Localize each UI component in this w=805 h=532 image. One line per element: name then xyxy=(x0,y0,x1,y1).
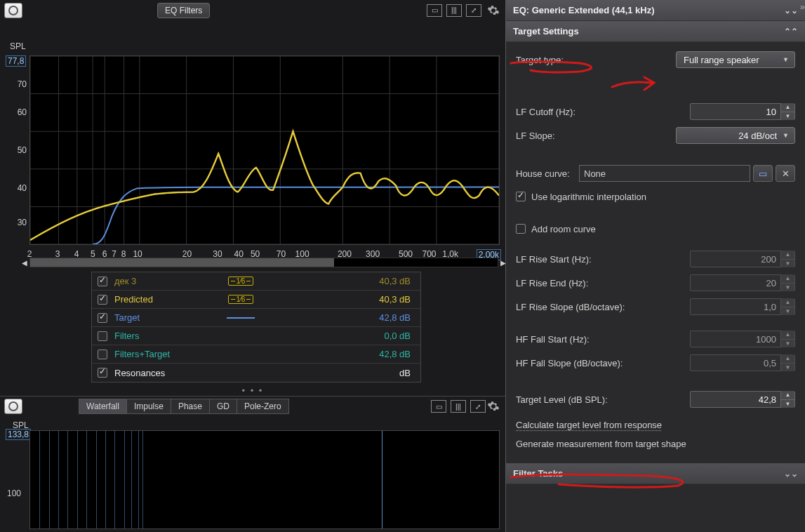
tab-phase[interactable]: Phase xyxy=(171,399,210,414)
log-interp-checkbox[interactable] xyxy=(516,192,526,201)
legend-row: Filters+Target42,8 dB xyxy=(92,345,420,364)
legend-value: 42,8 dB xyxy=(269,312,415,323)
tab-impulse[interactable]: Impulse xyxy=(127,399,171,414)
add-room-curve-label: Add room curve xyxy=(531,224,596,234)
house-curve-field[interactable]: None xyxy=(579,165,750,182)
y-tick: 40 xyxy=(18,183,27,193)
gear-icon[interactable] xyxy=(486,399,501,414)
monitor-icon[interactable]: ▭ xyxy=(431,400,446,413)
fullscreen-icon[interactable]: ⤢ xyxy=(466,4,481,17)
hf-fall-start-field: 1000 ▲▼ xyxy=(690,331,795,347)
clear-button[interactable]: ✕ xyxy=(776,165,795,182)
lf-cutoff-label: LF Cutoff (Hz): xyxy=(516,107,690,117)
chevron-down-icon: ⌄⌄ xyxy=(784,469,798,479)
hf-fall-slope-label: HF Fall Slope (dB/octave): xyxy=(516,358,690,368)
spinner[interactable]: ▲▼ xyxy=(780,103,794,120)
legend-checkbox[interactable] xyxy=(98,313,107,323)
lf-rise-start-field: 200 ▲▼ xyxy=(690,251,795,267)
tab-pole-zero[interactable]: Pole-Zero xyxy=(237,399,289,414)
lf-slope-label: LF Slope: xyxy=(516,131,676,141)
top-graph-toolbar: EQ Filters ▭ ||| ⤢ xyxy=(0,0,505,20)
legend-label: Predicted xyxy=(114,294,213,305)
add-room-curve-checkbox[interactable] xyxy=(516,224,526,234)
legend-checkbox[interactable] xyxy=(98,368,107,378)
legend-value: 42,8 dB xyxy=(269,349,415,359)
eq-filters-button[interactable]: EQ Filters xyxy=(157,3,210,18)
target-settings-title: Target Settings xyxy=(513,26,579,36)
columns-icon[interactable]: ||| xyxy=(446,4,462,17)
legend-row: Predicted1⁄640,3 dB xyxy=(92,291,420,309)
scroll-right-icon[interactable]: ▶ xyxy=(499,258,507,267)
waterfall-chart[interactable]: SPL 133,8 100 xyxy=(0,416,505,532)
legend-label: Filters xyxy=(114,331,213,341)
target-type-select[interactable]: Full range speaker ▼ xyxy=(676,51,795,68)
y-axis-ticks: 7060504030 xyxy=(8,55,28,245)
target-level-label: Target Level (dB SPL): xyxy=(516,394,690,405)
target-type-label: Target type: xyxy=(516,55,676,65)
legend-value: 40,3 dB xyxy=(269,294,415,305)
legend-row: ResonancesdB xyxy=(92,364,420,382)
legend-value: 0,0 dB xyxy=(269,331,415,341)
camera-icon[interactable] xyxy=(4,399,22,414)
expand-icon[interactable]: » xyxy=(800,1,804,12)
plot-area[interactable] xyxy=(29,55,500,245)
lf-slope-select[interactable]: 24 dB/oct ▼ xyxy=(676,127,795,144)
fullscreen-icon[interactable]: ⤢ xyxy=(470,400,486,413)
legend-checkbox[interactable] xyxy=(98,331,107,341)
log-interp-label: Use logarithmic interpolation xyxy=(531,192,646,202)
lf-rise-slope-label: LF Rise Slope (dB/octave): xyxy=(516,302,690,312)
legend-row: Target42,8 dB xyxy=(92,309,420,327)
y-tick: 60 xyxy=(18,107,27,117)
lf-rise-end-label: LF Rise End (Hz): xyxy=(516,278,690,288)
scrollbar-thumb[interactable] xyxy=(30,258,334,267)
legend-swatch: 1⁄6 xyxy=(220,295,262,304)
legend-swatch xyxy=(220,317,262,319)
lf-cutoff-field[interactable]: 10 ▲▼ xyxy=(690,103,795,120)
filter-tasks-header[interactable]: Filter Tasks ⌄⌄ xyxy=(506,463,805,484)
legend-value: dB xyxy=(269,368,415,378)
legend-label: Target xyxy=(114,312,213,323)
monitor-icon[interactable]: ▭ xyxy=(427,4,442,17)
plot-area[interactable] xyxy=(29,430,500,529)
browse-file-button[interactable]: ▭ xyxy=(753,165,773,182)
frequency-response-chart[interactable]: SPL 77,8 7060504030 xyxy=(0,20,505,238)
lf-rise-start-label: LF Rise Start (Hz): xyxy=(516,254,690,265)
legend-row: Filters0,0 dB xyxy=(92,327,420,345)
legend-label: дек 3 xyxy=(114,276,213,286)
dropdown-icon: ▼ xyxy=(783,56,789,63)
filter-tasks-title: Filter Tasks xyxy=(513,468,563,479)
lf-rise-end-field: 20 ▲▼ xyxy=(690,274,795,291)
horizontal-scrollbar[interactable]: ◀ ▶ xyxy=(29,258,498,267)
legend-checkbox[interactable] xyxy=(98,350,107,359)
y-tick: 50 xyxy=(18,145,27,155)
legend-label: Resonances xyxy=(114,368,213,378)
house-curve-label: House curve: xyxy=(516,168,579,179)
target-settings-body: Target type: Full range speaker ▼ LF Cut… xyxy=(506,42,805,463)
camera-icon[interactable] xyxy=(4,3,22,18)
tab-waterfall[interactable]: Waterfall xyxy=(79,399,127,414)
target-level-field[interactable]: 42,8 ▲▼ xyxy=(690,391,795,408)
lf-rise-slope-field: 1,0 ▲▼ xyxy=(690,298,795,315)
spinner[interactable]: ▲▼ xyxy=(780,391,794,408)
gear-icon[interactable] xyxy=(486,3,501,18)
legend-value: 40,3 dB xyxy=(269,276,415,286)
legend-checkbox[interactable] xyxy=(98,277,107,286)
generate-measurement-link[interactable]: Generate measurement from target shape xyxy=(516,439,686,449)
eq-section-header[interactable]: EQ: Generic Extended (44,1 kHz) ⌄⌄ xyxy=(506,0,805,21)
columns-icon[interactable]: ||| xyxy=(451,400,466,413)
legend-checkbox[interactable] xyxy=(98,295,107,305)
y-axis-top-value[interactable]: 133,8 xyxy=(6,429,31,440)
legend-swatch: 1⁄6 xyxy=(220,277,262,286)
panel-resize-grip[interactable]: • • • xyxy=(0,385,505,396)
tab-gd[interactable]: GD xyxy=(210,399,237,414)
calculate-target-level-link[interactable]: Calculate target level from response xyxy=(516,420,662,430)
legend-row: дек 31⁄640,3 dB xyxy=(92,272,420,291)
eq-section-title: EQ: Generic Extended (44,1 kHz) xyxy=(513,5,655,15)
bottom-graph-toolbar: WaterfallImpulsePhaseGDPole-Zero ▭ ||| ⤢ xyxy=(0,396,505,416)
hf-fall-start-label: HF Fall Start (Hz): xyxy=(516,334,690,345)
y-tick: 70 xyxy=(18,79,27,89)
target-settings-header[interactable]: Target Settings ⌃⌃ xyxy=(506,21,805,42)
view-tabs: WaterfallImpulsePhaseGDPole-Zero xyxy=(79,399,289,414)
scroll-left-icon[interactable]: ◀ xyxy=(20,258,29,267)
settings-sidebar: EQ: Generic Extended (44,1 kHz) ⌄⌄ Targe… xyxy=(505,0,805,532)
